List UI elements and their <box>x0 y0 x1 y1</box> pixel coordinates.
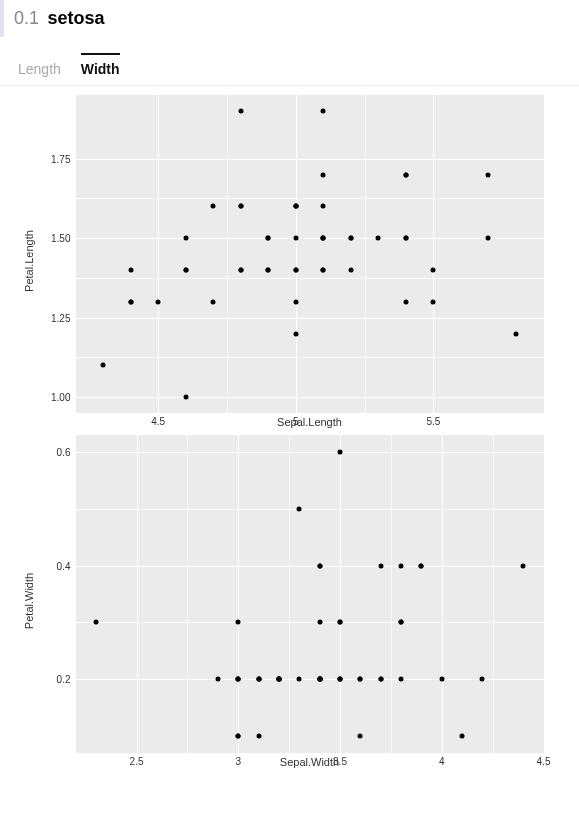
tick-y: 1.50 <box>51 233 75 244</box>
data-point <box>317 620 322 625</box>
data-point <box>358 677 363 682</box>
xlabel-0: Sepal.Length <box>75 414 545 428</box>
chart-petal-width: Petal.Width 2.533.544.50.20.40.6 Sepal.W… <box>35 434 545 768</box>
data-point <box>486 236 491 241</box>
data-point <box>293 331 298 336</box>
data-point <box>183 267 188 272</box>
data-point <box>293 204 298 209</box>
data-point <box>236 620 241 625</box>
data-point <box>431 267 436 272</box>
data-point <box>128 267 133 272</box>
xlabel-1: Sepal.Width <box>75 754 545 768</box>
data-point <box>338 620 343 625</box>
data-point <box>378 563 383 568</box>
data-point <box>403 236 408 241</box>
data-point <box>211 299 216 304</box>
data-point <box>238 108 243 113</box>
data-point <box>128 299 133 304</box>
data-point <box>256 733 261 738</box>
data-point <box>403 172 408 177</box>
tick-x: 3.5 <box>333 753 347 767</box>
data-point <box>276 677 281 682</box>
data-point <box>215 677 220 682</box>
data-point <box>236 733 241 738</box>
data-point <box>460 733 465 738</box>
ylabel-1: Petal.Width <box>23 573 35 629</box>
data-point <box>419 563 424 568</box>
tick-x: 2.5 <box>130 753 144 767</box>
tab-width[interactable]: Width <box>81 53 120 85</box>
plot-1: 2.533.544.50.20.40.6 <box>75 434 545 754</box>
data-point <box>358 733 363 738</box>
data-point <box>293 267 298 272</box>
data-point <box>266 267 271 272</box>
ylabel-0: Petal.Length <box>23 230 35 292</box>
data-point <box>378 677 383 682</box>
data-point <box>317 677 322 682</box>
data-point <box>236 677 241 682</box>
tick-y: 0.6 <box>57 447 76 458</box>
data-point <box>439 677 444 682</box>
chart-area: Petal.Length 4.555.51.001.251.501.75 Sep… <box>0 86 579 768</box>
data-point <box>338 677 343 682</box>
section-header: 0.1 setosa <box>0 0 579 37</box>
tick-y: 0.2 <box>57 674 76 685</box>
tick-y: 1.00 <box>51 392 75 403</box>
chart-petal-length: Petal.Length 4.555.51.001.251.501.75 Sep… <box>35 94 545 428</box>
tick-x: 4.5 <box>537 753 551 767</box>
data-point <box>211 204 216 209</box>
data-point <box>321 236 326 241</box>
data-point <box>156 299 161 304</box>
data-point <box>348 236 353 241</box>
data-point <box>321 172 326 177</box>
data-point <box>297 677 302 682</box>
data-point <box>399 563 404 568</box>
tab-length[interactable]: Length <box>18 53 61 85</box>
data-point <box>376 236 381 241</box>
data-point <box>403 299 408 304</box>
data-point <box>321 267 326 272</box>
data-point <box>399 677 404 682</box>
data-point <box>321 108 326 113</box>
data-point <box>238 204 243 209</box>
data-point <box>183 395 188 400</box>
data-point <box>348 267 353 272</box>
tick-x: 3 <box>236 753 242 767</box>
data-point <box>321 204 326 209</box>
data-point <box>338 450 343 455</box>
data-point <box>431 299 436 304</box>
data-point <box>93 620 98 625</box>
data-point <box>513 331 518 336</box>
data-point <box>256 677 261 682</box>
plot-0: 4.555.51.001.251.501.75 <box>75 94 545 414</box>
data-point <box>238 267 243 272</box>
data-point <box>293 299 298 304</box>
data-point <box>183 236 188 241</box>
data-point <box>486 172 491 177</box>
tick-x: 5 <box>293 413 299 427</box>
data-point <box>521 563 526 568</box>
tick-y: 0.4 <box>57 560 76 571</box>
section-number: 0.1 <box>14 8 39 28</box>
section-title: setosa <box>47 8 104 28</box>
tick-x: 4.5 <box>151 413 165 427</box>
tick-y: 1.75 <box>51 153 75 164</box>
data-point <box>293 236 298 241</box>
data-point <box>317 563 322 568</box>
tick-y: 1.25 <box>51 312 75 323</box>
tick-x: 4 <box>439 753 445 767</box>
tick-x: 5.5 <box>426 413 440 427</box>
data-point <box>101 363 106 368</box>
data-point <box>266 236 271 241</box>
data-point <box>480 677 485 682</box>
tabs: Length Width <box>0 37 579 86</box>
data-point <box>297 506 302 511</box>
data-point <box>399 620 404 625</box>
